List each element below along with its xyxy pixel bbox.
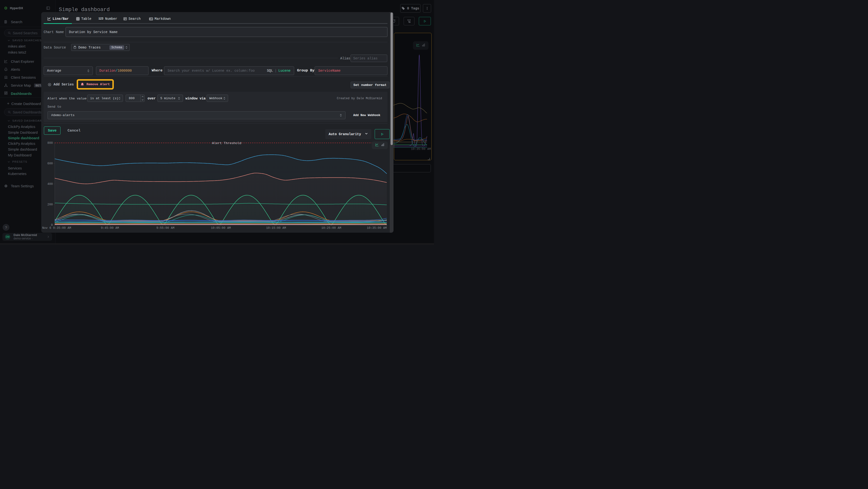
svg-text:10:05:00 AM: 10:05:00 AM	[211, 226, 231, 230]
svg-text:9:45:00 AM: 9:45:00 AM	[101, 226, 119, 230]
svg-text:9:55:00 AM: 9:55:00 AM	[156, 226, 174, 230]
svg-text:600: 600	[47, 162, 53, 165]
svg-text:10:35:00 AM: 10:35:00 AM	[367, 226, 387, 230]
svg-text:10:25:00 AM: 10:25:00 AM	[321, 226, 341, 230]
svg-text:800: 800	[47, 141, 53, 145]
svg-text:Nov 6 9:35:00 AM: Nov 6 9:35:00 AM	[42, 226, 71, 230]
svg-text:400: 400	[47, 182, 53, 186]
svg-text:200: 200	[47, 203, 53, 206]
svg-text:10:15:00 AM: 10:15:00 AM	[266, 226, 286, 230]
svg-text:Alert Threshold: Alert Threshold	[212, 141, 241, 145]
